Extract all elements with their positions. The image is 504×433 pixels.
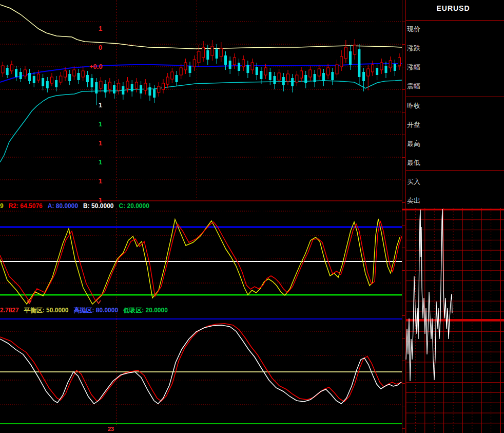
candle-body-up bbox=[50, 77, 53, 83]
scale-tick bbox=[402, 270, 405, 271]
candle-body-up bbox=[202, 47, 205, 58]
tick-line bbox=[406, 209, 452, 381]
quote-value: 1 bbox=[99, 158, 102, 166]
candle-body-down bbox=[15, 69, 17, 77]
quote-panel: EURUSD 现价1涨跌0涨幅+0.0震幅昨收1开盘1最高1最低1买入1卖出1 bbox=[402, 0, 504, 433]
candlestick-panel bbox=[0, 0, 402, 200]
candle-body-up bbox=[144, 83, 147, 90]
candle-body-up bbox=[73, 70, 75, 76]
candle-body-up bbox=[60, 76, 62, 82]
scale-tick bbox=[402, 315, 405, 316]
candle-body-up bbox=[162, 83, 164, 89]
candle-body-up bbox=[309, 70, 312, 77]
candle-body-down bbox=[246, 65, 249, 73]
candle-body-down bbox=[55, 80, 57, 87]
series-signal bbox=[0, 324, 402, 402]
candle-body-up bbox=[126, 81, 129, 88]
candle-body-down bbox=[376, 68, 378, 75]
candle-body-up bbox=[193, 60, 196, 67]
quote-value: 1 bbox=[99, 196, 102, 204]
bollinger-upper-band bbox=[0, 5, 402, 49]
main-chart-area[interactable] bbox=[0, 0, 402, 433]
candle-body-up bbox=[242, 60, 245, 67]
oscillator-panel-2 bbox=[0, 313, 402, 426]
candle-body-down bbox=[291, 78, 294, 86]
scale-tick bbox=[402, 135, 405, 135]
candle-body-down bbox=[273, 76, 276, 84]
candle-body-down bbox=[28, 73, 31, 81]
series-main bbox=[0, 325, 401, 404]
candle-body-up bbox=[64, 71, 67, 77]
candle-body-down bbox=[113, 85, 115, 93]
indicator-value: 低吸区: 20.0000 bbox=[123, 307, 168, 314]
indicator-value: 9 bbox=[0, 202, 4, 210]
scale-tick bbox=[402, 89, 405, 90]
candle-body-down bbox=[91, 78, 93, 87]
candle-body-up bbox=[300, 71, 303, 78]
candle-body-up bbox=[344, 47, 347, 59]
candle-body-up bbox=[278, 73, 280, 80]
bollinger-lower-band bbox=[0, 80, 402, 162]
scale-tick bbox=[402, 67, 405, 67]
scale-tick bbox=[402, 361, 405, 361]
indicator-value: 2.7827 bbox=[0, 307, 19, 314]
candle-body-up bbox=[184, 63, 187, 70]
candle-body-down bbox=[206, 50, 209, 60]
indicator-values-row-1: 9R2: 64.5076A: 80.0000B: 50.0000C: 20.00… bbox=[0, 202, 402, 210]
candle-body-down bbox=[122, 86, 124, 95]
indicator-value: 高抛区: 80.0000 bbox=[73, 307, 118, 314]
candle-body-up bbox=[398, 58, 401, 66]
scale-tick bbox=[402, 338, 405, 338]
scale-tick bbox=[402, 225, 405, 225]
candle-body-up bbox=[354, 45, 356, 54]
quote-value: 1 bbox=[99, 25, 102, 32]
scale-tick bbox=[402, 157, 405, 158]
sell-arrow-icon bbox=[96, 300, 101, 304]
candle-body-up bbox=[336, 65, 338, 74]
candle-body-down bbox=[322, 73, 325, 81]
candle-body-down bbox=[148, 87, 151, 96]
scale-tick bbox=[402, 428, 405, 429]
candle-body-up bbox=[158, 86, 160, 92]
candle-body-up bbox=[82, 71, 84, 77]
candle-body-down bbox=[224, 55, 227, 65]
candle-body-down bbox=[358, 49, 360, 77]
candle-body-down bbox=[189, 66, 191, 73]
candle-body-up bbox=[371, 65, 374, 72]
candle-body-down bbox=[384, 66, 387, 73]
candle-body-up bbox=[37, 74, 40, 80]
candle-body-up bbox=[166, 77, 169, 84]
candle-body-down bbox=[269, 72, 272, 80]
scale-tick bbox=[402, 202, 405, 203]
indicator-value: C: 20.0000 bbox=[119, 202, 149, 210]
trading-terminal: 9R2: 64.5076A: 80.0000B: 50.0000C: 20.00… bbox=[0, 0, 504, 433]
candle-body-down bbox=[33, 76, 35, 83]
candle-body-up bbox=[318, 69, 320, 76]
indicator-value: A: 80.0000 bbox=[48, 202, 78, 210]
candle-body-down bbox=[238, 63, 240, 71]
candle-body-up bbox=[2, 66, 4, 73]
scale-tick bbox=[402, 22, 405, 22]
quote-value: 1 bbox=[99, 139, 102, 147]
candle-body-up bbox=[296, 75, 298, 82]
candle-body-up bbox=[264, 68, 267, 75]
candle-body-up bbox=[233, 58, 236, 65]
scale-tick bbox=[402, 112, 405, 112]
candle-body-up bbox=[108, 82, 111, 89]
candle-body-down bbox=[95, 82, 98, 93]
candle-body-down bbox=[304, 75, 307, 83]
candle-body-up bbox=[327, 68, 329, 75]
x-axis-day-label: 23 bbox=[108, 426, 114, 432]
scale-tick bbox=[402, 248, 405, 248]
quote-value: 1 bbox=[99, 120, 102, 128]
tick-chart[interactable] bbox=[402, 0, 504, 433]
scale-tick bbox=[402, 44, 405, 45]
candle-body-down bbox=[349, 51, 352, 65]
quote-value: +0.0 bbox=[89, 63, 103, 70]
candle-body-up bbox=[340, 57, 343, 67]
candle-body-up bbox=[211, 46, 214, 55]
scale-tick bbox=[402, 406, 405, 406]
oscillator-panel-1 bbox=[0, 208, 402, 304]
candle-body-down bbox=[131, 84, 133, 91]
candle-body-up bbox=[389, 61, 392, 68]
